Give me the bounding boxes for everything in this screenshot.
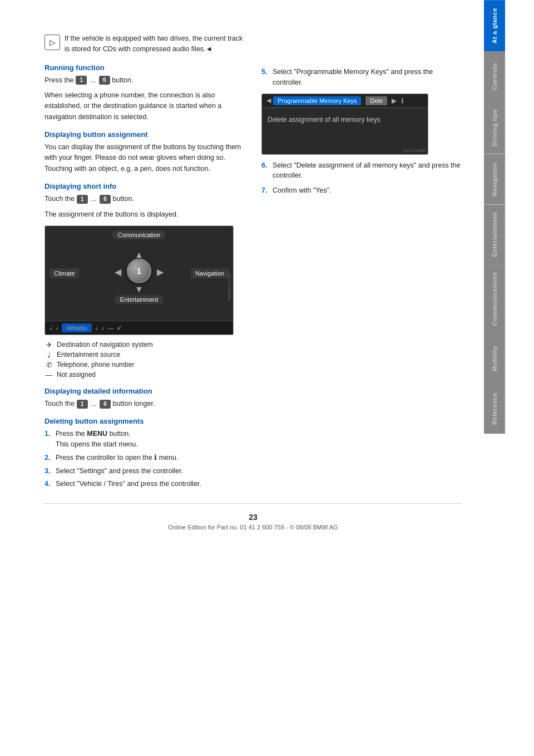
arrow-down-icon: ▼ [135, 284, 144, 294]
sidebar-tab-communications[interactable]: Communications [484, 264, 505, 333]
legend-telephone-text: Telephone, phone number [57, 361, 134, 369]
touch-the-text: Touch the [44, 195, 75, 203]
diagram-center: 1 ◀ ▶ ▲ ▼ [127, 260, 151, 284]
sidebar-tab-entertainment[interactable]: Entertainment [484, 204, 505, 264]
sidebar-label-at-a-glance: At a glance [491, 8, 498, 43]
communication-diagram: Communication Climate Navigation Enterta… [44, 225, 234, 335]
running-function-description: When selecting a phone number, the conne… [44, 90, 245, 122]
sidebar-tab-driving-tips[interactable]: Driving tips [484, 101, 505, 154]
memory-keys-body-inner: Delete assignment of all memory keys [268, 116, 422, 124]
displaying-short-info-section: Displaying short info Touch the 1 ... 6 … [44, 182, 245, 220]
ellipsis: ... [90, 76, 98, 84]
legend-not-assigned-text: Not assigned [57, 371, 96, 379]
short-info-ellipsis: ... [91, 195, 98, 203]
page-footer: 23 Online Edition for Part no. 01 41 2 6… [44, 503, 462, 536]
right-step-text-6: Select "Delete assignment of all memory … [273, 160, 462, 181]
arrow-left-nav-icon: ◀ [266, 97, 271, 104]
right-step-6: 6. Select "Delete assignment of all memo… [261, 160, 462, 181]
deleting-steps-list: 1. Press the MENU button.This opens the … [44, 429, 245, 489]
delete-step-2: 2. Press the controller to open the ℹ me… [44, 453, 245, 463]
step5-container: 5. Select "Programmable Memory Keys" and… [261, 67, 462, 88]
delete-step-1: 1. Press the MENU button.This opens the … [44, 429, 245, 450]
circle-number: 1 [137, 266, 141, 275]
comm-right-label: Navigation [191, 268, 229, 278]
memory-keys-watermark: C1UC15BA [262, 147, 428, 154]
sidebar-label-communications: Communications [491, 272, 498, 326]
not-assigned-icon: — [44, 371, 53, 379]
step7-list: 7. Confirm with "Yes". [261, 185, 462, 196]
telephone-icon: ✆ [44, 361, 53, 369]
bottom-bar-dash: — [107, 325, 113, 331]
detail-button-longer-text: button longer. [113, 400, 155, 408]
sidebar-tab-mobility[interactable]: Mobility [484, 333, 505, 384]
arrow-right-icon: ▶ [157, 267, 164, 277]
step-text-3: Select "Settings" and press the controll… [56, 466, 183, 477]
step-num-1: 1. [44, 429, 52, 439]
sidebar-tab-navigation[interactable]: Navigation [484, 154, 505, 204]
right-step-text-7: Confirm with "Yes". [273, 185, 332, 196]
legend-item-entertainment: ♩ Entertainment source [44, 351, 245, 359]
button-text: button. [112, 76, 133, 84]
right-step-num-6: 6. [261, 160, 269, 171]
legend-item-telephone: ✆ Telephone, phone number [44, 361, 245, 369]
sidebar-tab-reference[interactable]: Reference [484, 384, 505, 434]
delete-step-4: 4. Select "Vehicle / Tires" and press th… [44, 479, 245, 489]
diagram-inner: Communication Climate Navigation Enterta… [45, 226, 233, 321]
step-num-3: 3. [44, 466, 52, 477]
right-steps-list: 5. Select "Programmable Memory Keys" and… [261, 67, 462, 88]
footer-text: Online Edition for Part no. 01 41 2 600 … [44, 524, 462, 531]
legend-destination-text: Destination of navigation system [57, 341, 153, 348]
bottom-bar-note4: ♪ [101, 325, 105, 331]
detail-btn2: 6 [100, 400, 111, 409]
page-container: ▷ If the vehicle is equipped with two dr… [0, 0, 534, 756]
press-the-text: Press the [44, 76, 74, 84]
memory-keys-body: Delete assignment of all memory keys [262, 108, 428, 147]
sidebar-tab-controls[interactable]: Controls [484, 51, 505, 101]
arrow-up-icon: ▲ [135, 250, 144, 260]
displaying-button-assignment-body: You can display the assignment of the bu… [44, 142, 245, 174]
detail-ellipsis: ... [91, 400, 98, 408]
right-step-num-5: 5. [261, 67, 269, 77]
displaying-button-assignment-section: Displaying button assignment You can dis… [44, 130, 245, 174]
sidebar-label-driving-tips: Driving tips [491, 109, 498, 146]
displaying-short-info-body: Touch the 1 ... 6 button. [44, 194, 245, 204]
displaying-detailed-heading: Displaying detailed information [44, 387, 245, 395]
memory-keys-dele-btn: Dele [365, 96, 387, 105]
running-function-body: Press the 1 ... 6 button. [44, 75, 245, 86]
bottom-bar-note2: ♩ [56, 324, 58, 331]
running-function-heading: Running function [44, 63, 245, 72]
step-num-4: 4. [44, 479, 52, 489]
step-text-2: Press the controller to open the ℹ menu. [56, 453, 178, 463]
diagram-watermark: VA/VCT/08AN [227, 273, 232, 301]
deleting-assignments-section: Deleting button assignments 1. Press the… [44, 417, 245, 489]
bottom-bar-arrow: ↙ [117, 324, 122, 331]
sidebar-label-entertainment: Entertainment [491, 212, 498, 257]
right-column: 5. Select "Programmable Memory Keys" and… [261, 33, 462, 492]
main-content: ▷ If the vehicle is equipped with two dr… [0, 0, 484, 756]
right-step-num-7: 7. [261, 185, 269, 196]
running-function-section: Running function Press the 1 ... 6 butto… [44, 63, 245, 123]
memory-keys-selected-label: Programmable Memory Keys [273, 96, 361, 105]
note-icon: ▷ [44, 35, 60, 50]
btn-badge-6: 6 [99, 76, 110, 85]
memory-keys-diagram: ◀ Programmable Memory Keys Dele ▶ ℹ Dele… [261, 94, 428, 155]
step-text-4: Select "Vehicle / Tires" and press the c… [56, 479, 201, 489]
touch-the-detail-text: Touch the [44, 400, 75, 408]
step7-container: 7. Confirm with "Yes". [261, 185, 462, 196]
sidebar-tab-at-a-glance[interactable]: At a glance [484, 0, 505, 51]
sidebar: At a glance Controls Driving tips Naviga… [484, 0, 505, 756]
short-info-button-text: button. [113, 195, 134, 203]
deleting-assignments-heading: Deleting button assignments [44, 417, 245, 425]
right-step-7: 7. Confirm with "Yes". [261, 185, 462, 196]
sidebar-label-navigation: Navigation [491, 162, 498, 196]
displaying-detailed-body: Touch the 1 ... 6 button longer. [44, 399, 245, 409]
detail-btn1: 1 [77, 400, 88, 409]
comm-left-label: Climate [50, 268, 79, 278]
displaying-short-info-heading: Displaying short info [44, 182, 245, 190]
right-step-5: 5. Select "Programmable Memory Keys" and… [261, 67, 462, 88]
short-info-btn2: 6 [100, 195, 111, 204]
left-column: ▷ If the vehicle is equipped with two dr… [44, 33, 245, 492]
comm-bottom-label: Entertainment [115, 295, 164, 304]
delete-step-3: 3. Select "Settings" and press the contr… [44, 466, 245, 477]
note-box: ▷ If the vehicle is equipped with two dr… [44, 33, 245, 55]
